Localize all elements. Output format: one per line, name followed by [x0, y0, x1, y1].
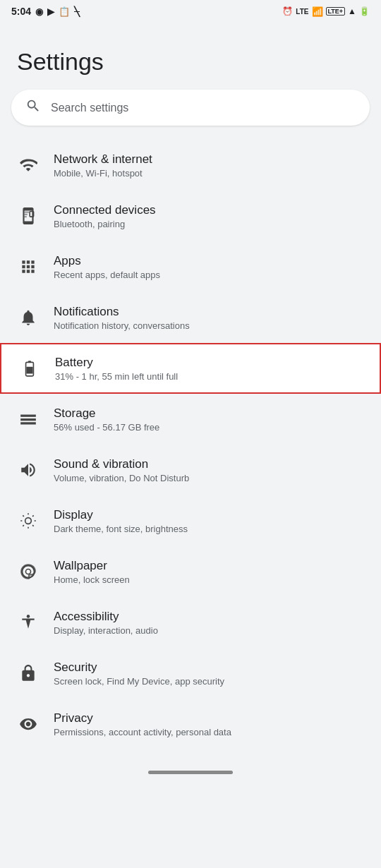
display-icon [17, 510, 40, 532]
settings-item-battery[interactable]: Battery 31% - 1 hr, 55 min left until fu… [0, 343, 381, 394]
connected-devices-text: Connected devices Bluetooth, pairing [54, 203, 156, 229]
svg-point-6 [26, 569, 30, 573]
apps-text: Apps Recent apps, default apps [54, 254, 160, 280]
status-bar: 5:04 ◉ ▶ 📋 ╲ ⏰ LTE 📶 LTE+ ▲ 🔋 [0, 0, 381, 20]
settings-item-storage[interactable]: Storage 56% used - 56.17 GB free [0, 394, 381, 445]
lte-badge-icon: LTE+ [326, 7, 346, 16]
settings-item-security[interactable]: Security Screen lock, Find My Device, ap… [0, 648, 381, 699]
search-bar[interactable]: Search settings [11, 90, 370, 126]
search-bar-container: Search settings [0, 90, 381, 137]
connected-devices-subtitle: Bluetooth, pairing [54, 219, 156, 229]
storage-title: Storage [54, 406, 159, 421]
storage-subtitle: 56% used - 56.17 GB free [54, 422, 159, 433]
privacy-subtitle: Permissions, account activity, personal … [54, 727, 231, 737]
wifi-icon [17, 154, 40, 176]
clipboard-icon: 📋 [59, 6, 70, 17]
security-icon [17, 662, 40, 685]
wallpaper-subtitle: Home, lock screen [54, 574, 130, 585]
storage-icon [17, 408, 40, 430]
accessibility-icon [17, 611, 40, 634]
location-icon: ◉ [35, 6, 43, 17]
sound-text: Sound & vibration Volume, vibration, Do … [54, 457, 189, 483]
sound-title: Sound & vibration [54, 457, 189, 471]
connected-devices-title: Connected devices [54, 203, 156, 217]
privacy-title: Privacy [54, 711, 231, 725]
status-right: ⏰ LTE 📶 LTE+ ▲ 🔋 [282, 6, 370, 17]
apps-title: Apps [54, 254, 160, 268]
battery-text: Battery 31% - 1 hr, 55 min left until fu… [55, 356, 178, 382]
wallpaper-title: Wallpaper [54, 559, 130, 573]
sound-subtitle: Volume, vibration, Do Not Disturb [54, 473, 189, 483]
alarm-icon: ⏰ [282, 6, 293, 16]
lte-icon: LTE [296, 8, 308, 16]
settings-item-apps[interactable]: Apps Recent apps, default apps [0, 241, 381, 292]
wallpaper-icon [17, 560, 40, 583]
svg-rect-2 [28, 361, 31, 362]
sound-icon [17, 459, 40, 481]
apps-icon [17, 255, 40, 278]
settings-item-notifications[interactable]: Notifications Notification history, conv… [0, 292, 381, 343]
notifications-text: Notifications Notification history, conv… [54, 305, 190, 331]
youtube-icon: ▶ [47, 6, 54, 17]
settings-item-display[interactable]: Display Dark theme, font size, brightnes… [0, 495, 381, 546]
notifications-subtitle: Notification history, conversations [54, 320, 190, 331]
network-text: Network & internet Mobile, Wi-Fi, hotspo… [54, 152, 152, 179]
devices-icon [17, 205, 40, 227]
notifications-title: Notifications [54, 305, 190, 319]
status-left: 5:04 ◉ ▶ 📋 ╲ [11, 6, 80, 17]
apps-subtitle: Recent apps, default apps [54, 270, 160, 280]
battery-status-icon: 🔋 [359, 6, 370, 16]
settings-item-sound[interactable]: Sound & vibration Volume, vibration, Do … [0, 445, 381, 495]
time-display: 5:04 [11, 6, 31, 17]
home-indicator [148, 771, 233, 774]
security-text: Security Screen lock, Find My Device, ap… [54, 661, 224, 687]
settings-item-accessibility[interactable]: Accessibility Display, interaction, audi… [0, 597, 381, 648]
svg-rect-0 [30, 212, 33, 217]
wifi-calling-icon: 📶 [312, 6, 323, 17]
security-subtitle: Screen lock, Find My Device, app securit… [54, 676, 224, 687]
settings-item-network[interactable]: Network & internet Mobile, Wi-Fi, hotspo… [0, 140, 381, 191]
settings-list: Network & internet Mobile, Wi-Fi, hotspo… [0, 137, 381, 752]
accessibility-title: Accessibility [54, 610, 158, 624]
display-title: Display [54, 508, 188, 522]
search-placeholder: Search settings [51, 102, 128, 114]
settings-item-wallpaper[interactable]: Wallpaper Home, lock screen [0, 546, 381, 597]
search-icon [25, 98, 41, 117]
page-title: Settings [0, 20, 381, 90]
network-title: Network & internet [54, 152, 152, 167]
bell-icon [17, 306, 40, 329]
diagonal-icon: ╲ [74, 6, 80, 17]
security-title: Security [54, 661, 224, 675]
privacy-text: Privacy Permissions, account activity, p… [54, 711, 231, 737]
accessibility-text: Accessibility Display, interaction, audi… [54, 610, 158, 636]
signal-bars-icon: ▲ [348, 6, 356, 16]
privacy-icon [17, 713, 40, 735]
network-subtitle: Mobile, Wi-Fi, hotspot [54, 168, 152, 179]
settings-item-privacy[interactable]: Privacy Permissions, account activity, p… [0, 699, 381, 749]
settings-item-connected-devices[interactable]: Connected devices Bluetooth, pairing [0, 191, 381, 241]
storage-text: Storage 56% used - 56.17 GB free [54, 406, 159, 433]
battery-title: Battery [55, 356, 178, 370]
display-text: Display Dark theme, font size, brightnes… [54, 508, 188, 534]
display-subtitle: Dark theme, font size, brightness [54, 524, 188, 534]
accessibility-subtitle: Display, interaction, audio [54, 625, 158, 636]
battery-icon [18, 357, 41, 380]
svg-rect-3 [26, 367, 32, 374]
battery-subtitle: 31% - 1 hr, 55 min left until full [55, 371, 178, 382]
wallpaper-text: Wallpaper Home, lock screen [54, 559, 130, 585]
